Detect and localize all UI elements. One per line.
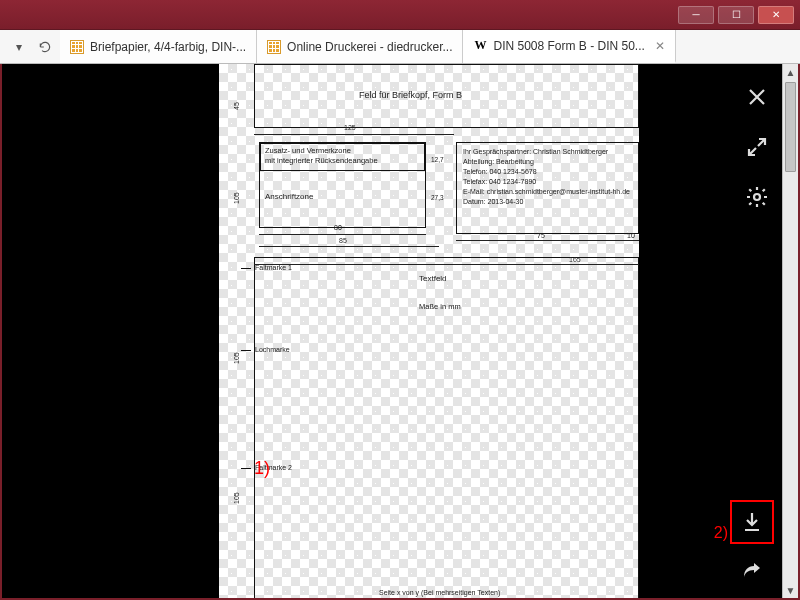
dimension-label: 45 bbox=[233, 102, 240, 110]
dimension-label: 10 bbox=[627, 232, 635, 239]
dimension-label: 105 bbox=[233, 492, 240, 504]
dimension-label: 27,3 bbox=[431, 194, 444, 201]
tab-label: DIN 5008 Form B - DIN 50... bbox=[493, 39, 644, 53]
tab-close-button[interactable]: ✕ bbox=[655, 39, 665, 53]
scroll-up-button[interactable]: ▲ bbox=[783, 64, 798, 80]
dimension-label: 125 bbox=[344, 124, 356, 131]
dimension-label: 75 bbox=[537, 232, 545, 239]
settings-button[interactable] bbox=[740, 180, 774, 214]
dimension-line bbox=[259, 246, 439, 247]
window-titlebar: ─ ☐ ✕ bbox=[0, 0, 800, 30]
dimension-line bbox=[254, 264, 639, 265]
expand-icon bbox=[745, 135, 769, 159]
tab-online-druckerei[interactable]: Online Druckerei - diedrucker... bbox=[257, 30, 463, 63]
dimension-line bbox=[259, 234, 426, 235]
download-highlight bbox=[730, 500, 774, 544]
anschrift-label: Anschriftzone bbox=[265, 192, 313, 201]
document-page: 45 105 105 105 Feld für Briefkopf, Form … bbox=[219, 64, 639, 598]
close-icon bbox=[745, 85, 769, 109]
image-viewer: 45 105 105 105 Feld für Briefkopf, Form … bbox=[0, 64, 800, 600]
address-zone-lines: Zusatz- und Vermerkzone mit integrierter… bbox=[265, 146, 378, 166]
fullscreen-button[interactable] bbox=[740, 130, 774, 164]
close-viewer-button[interactable] bbox=[740, 80, 774, 114]
vertical-scrollbar[interactable]: ▲ ▼ bbox=[782, 64, 798, 598]
left-dimension-column: 45 105 105 105 bbox=[223, 64, 253, 598]
viewer-controls-bottom bbox=[730, 500, 774, 588]
viewer-canvas[interactable]: 45 105 105 105 Feld für Briefkopf, Form … bbox=[2, 64, 798, 598]
info-block: Ihr Gesprächspartner: Christian Schmidtb… bbox=[456, 142, 639, 234]
dimension-label: 165 bbox=[569, 256, 581, 263]
dimension-label: 85 bbox=[339, 237, 347, 244]
window-maximize-button[interactable]: ☐ bbox=[718, 6, 754, 24]
annotation-2: 2) bbox=[714, 524, 728, 542]
letterhead-label: Feld für Briefkopf, Form B bbox=[359, 90, 462, 100]
dimension-label: 105 bbox=[233, 352, 240, 364]
wikipedia-icon: W bbox=[473, 39, 487, 53]
tab-label: Online Druckerei - diedrucker... bbox=[287, 40, 452, 54]
tab-strip: ▾ Briefpapier, 4/4-farbig, DIN-... Onlin… bbox=[0, 30, 800, 64]
scroll-down-button[interactable]: ▼ bbox=[783, 582, 798, 598]
grid-icon bbox=[267, 40, 281, 54]
dimension-line bbox=[456, 240, 639, 241]
footer-hint: Seite x von y (Bei mehrseitigen Texten) bbox=[379, 589, 500, 596]
faltmarke-1: Faltmarke 1 bbox=[255, 264, 292, 271]
download-icon bbox=[740, 510, 764, 534]
tab-label: Briefpapier, 4/4-farbig, DIN-... bbox=[90, 40, 246, 54]
viewer-controls bbox=[740, 80, 774, 214]
grid-icon bbox=[70, 40, 84, 54]
download-button[interactable] bbox=[735, 505, 769, 539]
masse-label: Maße in mm bbox=[419, 302, 461, 311]
share-icon bbox=[740, 559, 764, 583]
reload-button[interactable] bbox=[34, 36, 56, 58]
textfeld-label: Textfeld bbox=[419, 274, 447, 283]
scroll-thumb[interactable] bbox=[785, 82, 796, 172]
dimension-line bbox=[254, 134, 454, 135]
lochmarke: Lochmarke bbox=[255, 346, 290, 353]
annotation-1: 1) bbox=[254, 458, 270, 479]
dimension-label: 105 bbox=[233, 192, 240, 204]
svg-point-0 bbox=[754, 194, 760, 200]
dimension-label: 12,7 bbox=[431, 156, 444, 163]
tab-din5008[interactable]: W DIN 5008 Form B - DIN 50... ✕ bbox=[463, 30, 675, 63]
dimension-label: 80 bbox=[334, 224, 342, 231]
tab-briefpapier[interactable]: Briefpapier, 4/4-farbig, DIN-... bbox=[60, 30, 257, 63]
tab-dropdown-button[interactable]: ▾ bbox=[8, 36, 30, 58]
share-button[interactable] bbox=[735, 554, 769, 588]
window-close-button[interactable]: ✕ bbox=[758, 6, 794, 24]
window-minimize-button[interactable]: ─ bbox=[678, 6, 714, 24]
gear-icon bbox=[745, 185, 769, 209]
